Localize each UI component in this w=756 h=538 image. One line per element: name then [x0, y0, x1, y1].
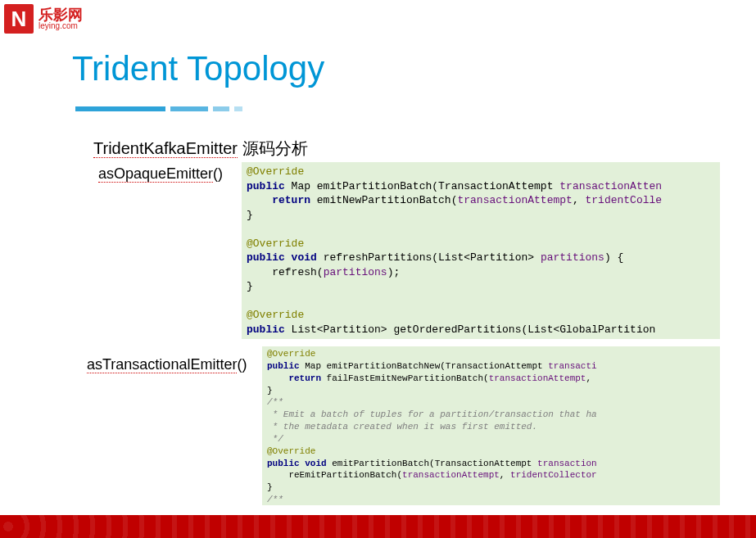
label-opaque-tail: () [213, 165, 223, 182]
logo-text: 乐影网 leying.com [38, 7, 83, 30]
label-opaque-underlined: asOpaqueEmitter [98, 165, 213, 183]
logo-cn: 乐影网 [38, 7, 83, 22]
logo: N 乐影网 leying.com [4, 4, 83, 34]
subheading-link: TridentKafkaEmitter [93, 139, 238, 158]
code-block-2: @Override public Map emitPartitionBatchN… [262, 346, 720, 505]
subheading-tail: 源码分析 [238, 139, 308, 157]
code-block-1: @Override public Map emitPartitionBatch(… [242, 162, 720, 339]
logo-en: leying.com [38, 22, 83, 30]
label-tx-tail: () [237, 356, 247, 373]
slide-title: Trident Topology [72, 49, 324, 88]
label-opaque-emitter: asOpaqueEmitter() [98, 165, 223, 183]
label-tx-underlined: asTransactionalEmitter [87, 356, 237, 373]
label-transactional-emitter: asTransactionalEmitter() [87, 356, 247, 373]
logo-mark: N [4, 4, 34, 34]
subheading: TridentKafkaEmitter 源码分析 [93, 138, 308, 160]
footer-bar [0, 515, 756, 538]
title-underline [75, 106, 242, 111]
